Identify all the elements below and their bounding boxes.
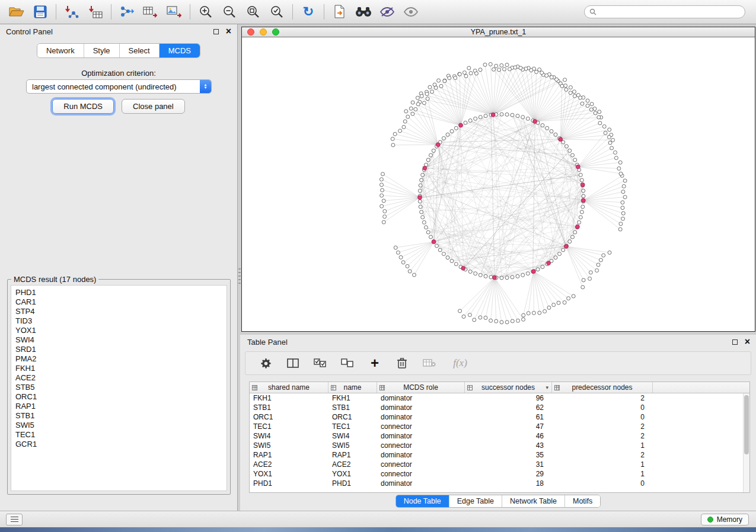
minimize-window-icon[interactable] xyxy=(260,28,267,36)
mcds-result-item[interactable]: TID3 xyxy=(15,316,222,326)
export-table-icon[interactable] xyxy=(139,2,162,21)
mcds-result-item[interactable]: ACE2 xyxy=(15,373,222,383)
table-cell[interactable]: 46 xyxy=(465,432,552,440)
criterion-dropdown[interactable]: largest connected component (undirected)… xyxy=(26,79,212,94)
table-cell[interactable]: 47 xyxy=(465,422,552,431)
table-cell[interactable]: ORC1 xyxy=(328,413,377,421)
table-cell[interactable]: SWI5 xyxy=(250,441,328,450)
tab-network[interactable]: Network xyxy=(37,44,84,57)
table-cell[interactable]: 1 xyxy=(552,470,653,478)
column-layout-icon[interactable] xyxy=(286,356,300,370)
column-header-mcds-role[interactable]: MCDS role xyxy=(377,382,465,393)
network-graph[interactable] xyxy=(242,37,755,331)
memory-button[interactable]: Memory xyxy=(701,514,749,525)
table-cell[interactable]: SWI4 xyxy=(250,432,328,440)
table-cell[interactable]: 35 xyxy=(465,451,552,459)
table-cell[interactable]: 61 xyxy=(465,413,552,421)
settings-gear-icon[interactable] xyxy=(259,356,273,370)
table-cell[interactable]: 43 xyxy=(465,441,552,450)
table-row[interactable]: ACE2ACE2connector311 xyxy=(250,460,743,469)
table-cell[interactable]: 31 xyxy=(465,460,552,469)
search-input[interactable] xyxy=(599,8,745,16)
tab-style[interactable]: Style xyxy=(84,44,120,57)
table-cell[interactable]: 96 xyxy=(465,394,552,402)
close-panel-icon[interactable]: × xyxy=(226,28,231,34)
table-cell[interactable]: 0 xyxy=(552,479,653,488)
select-all-icon[interactable] xyxy=(313,356,327,370)
run-mcds-button[interactable]: Run MCDS xyxy=(52,99,114,114)
refresh-icon[interactable]: ↻ xyxy=(296,2,320,21)
zoom-selected-icon[interactable] xyxy=(265,2,289,21)
table-row[interactable]: PHD1PHD1dominator180 xyxy=(250,479,743,488)
share-document-icon[interactable] xyxy=(328,2,352,21)
zoom-out-icon[interactable] xyxy=(218,2,241,21)
table-cell[interactable]: RAP1 xyxy=(250,451,328,459)
table-scrollbar[interactable] xyxy=(743,393,749,492)
show-all-icon[interactable] xyxy=(399,2,423,21)
close-panel-button[interactable]: Close panel xyxy=(122,99,185,114)
mcds-result-item[interactable]: PHD1 xyxy=(15,288,222,297)
save-icon[interactable] xyxy=(28,2,52,21)
table-cell[interactable]: 1 xyxy=(552,441,653,450)
export-image-icon[interactable] xyxy=(162,2,186,21)
scrollbar-thumb[interactable] xyxy=(744,395,749,454)
mcds-result-item[interactable]: STP4 xyxy=(15,307,222,316)
unselect-all-icon[interactable] xyxy=(340,356,355,370)
table-cell[interactable]: dominator xyxy=(377,432,465,440)
column-header-predecessor-nodes[interactable]: predecessor nodes xyxy=(552,382,653,393)
table-cell[interactable]: RAP1 xyxy=(328,451,377,459)
table-cell[interactable]: 62 xyxy=(465,403,552,412)
float-table-panel-icon[interactable] xyxy=(732,339,738,345)
table-row[interactable]: FKH1FKH1dominator962 xyxy=(250,393,743,403)
table-cell[interactable]: 2 xyxy=(552,432,653,440)
table-cell[interactable]: SWI5 xyxy=(328,441,377,450)
table-cell[interactable]: 0 xyxy=(552,403,653,412)
table-cell[interactable]: STB1 xyxy=(250,403,328,412)
mcds-result-item[interactable]: SWI5 xyxy=(15,421,222,430)
table-row[interactable]: RAP1RAP1dominator352 xyxy=(250,450,743,460)
table-cell[interactable]: connector xyxy=(377,422,465,431)
mcds-result-list[interactable]: PHD1CAR1STP4TID3YOX1SWI4SRD1PMA2FKH1ACE2… xyxy=(11,285,227,491)
splitter-handle[interactable] xyxy=(238,268,241,286)
table-cell[interactable]: ORC1 xyxy=(250,413,328,421)
table-cell[interactable]: 29 xyxy=(465,470,552,478)
table-cell[interactable]: FKH1 xyxy=(328,394,377,402)
table-row[interactable]: STB1STB1dominator620 xyxy=(250,403,743,412)
table-cell[interactable]: TEC1 xyxy=(328,422,377,431)
sort-chevron-icon[interactable]: ▾ xyxy=(546,384,548,390)
import-network-icon[interactable] xyxy=(60,2,84,21)
mcds-result-item[interactable]: FKH1 xyxy=(15,364,222,373)
network-window-titlebar[interactable]: YPA_prune.txt_1 xyxy=(242,27,755,37)
table-row[interactable]: TEC1TEC1connector472 xyxy=(250,422,743,431)
table-cell[interactable]: YOX1 xyxy=(328,470,377,478)
table-cell[interactable]: TEC1 xyxy=(250,422,328,431)
table-row[interactable]: SWI4SWI4dominator462 xyxy=(250,431,743,441)
table-cell[interactable]: FKH1 xyxy=(250,394,328,402)
float-panel-icon[interactable] xyxy=(213,29,219,34)
open-file-icon[interactable] xyxy=(5,2,28,21)
table-cell[interactable]: PHD1 xyxy=(250,479,328,488)
import-table-icon[interactable] xyxy=(84,2,107,21)
table-cell[interactable]: connector xyxy=(377,441,465,450)
mcds-result-item[interactable]: TEC1 xyxy=(15,430,222,440)
table-cell[interactable]: connector xyxy=(377,460,465,469)
table-cell[interactable]: 2 xyxy=(552,422,653,431)
table-cell[interactable]: dominator xyxy=(377,451,465,459)
table-cell[interactable]: dominator xyxy=(377,403,465,412)
table-cell[interactable]: PHD1 xyxy=(328,479,377,488)
mcds-result-item[interactable]: SWI4 xyxy=(15,335,222,345)
table-cell[interactable]: 2 xyxy=(552,394,653,402)
task-history-button[interactable] xyxy=(6,514,23,525)
table-cell[interactable]: STB1 xyxy=(328,403,377,412)
tab-network-table[interactable]: Network Table xyxy=(502,495,565,507)
mcds-result-item[interactable]: STB5 xyxy=(15,383,222,392)
add-column-icon[interactable]: + xyxy=(368,356,382,370)
table-cell[interactable]: dominator xyxy=(377,394,465,402)
mcds-result-item[interactable]: ORC1 xyxy=(15,392,222,402)
table-row[interactable]: SWI5SWI5connector431 xyxy=(250,441,743,450)
tab-edge-table[interactable]: Edge Table xyxy=(449,495,502,507)
zoom-in-icon[interactable] xyxy=(194,2,218,21)
mcds-result-item[interactable]: CAR1 xyxy=(15,297,222,307)
table-row[interactable]: ORC1ORC1dominator610 xyxy=(250,412,743,422)
search-box[interactable] xyxy=(584,5,745,18)
